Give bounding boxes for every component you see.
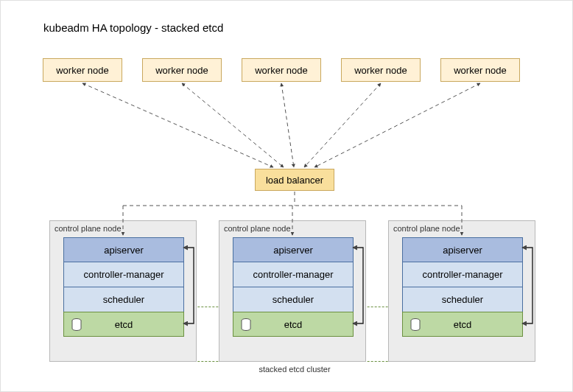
worker-node-5: worker node [440, 58, 520, 82]
worker-node-label: worker node [155, 65, 208, 76]
controller-manager-label: controller-manager [253, 269, 333, 280]
svg-line-3 [82, 83, 273, 167]
etcd-box: etcd [233, 312, 354, 337]
etcd-label: etcd [115, 319, 133, 330]
load-balancer: load balancer [255, 169, 334, 191]
scheduler-box: scheduler [233, 287, 354, 312]
database-icon [410, 318, 421, 332]
apiserver-box: apiserver [402, 237, 523, 262]
worker-node-2: worker node [142, 58, 222, 82]
apiserver-label: apiserver [443, 245, 482, 256]
scheduler-label: scheduler [103, 294, 144, 305]
worker-node-1: worker node [43, 58, 122, 82]
component-stack: apiserver controller-manager scheduler e… [402, 237, 523, 337]
worker-node-label: worker node [454, 65, 507, 76]
etcd-box: etcd [402, 312, 523, 337]
worker-node-3: worker node [242, 58, 321, 82]
svg-line-4 [182, 83, 284, 167]
apiserver-label: apiserver [273, 245, 312, 256]
etcd-label: etcd [454, 319, 472, 330]
control-plane-2: control plane node apiserver controller-… [219, 220, 366, 362]
apiserver-box: apiserver [233, 237, 354, 262]
scheduler-label: scheduler [273, 294, 314, 305]
scheduler-box: scheduler [63, 287, 184, 312]
database-icon [71, 318, 82, 332]
apiserver-label: apiserver [104, 245, 143, 256]
scheduler-box: scheduler [402, 287, 523, 312]
control-plane-3: control plane node apiserver controller-… [388, 220, 535, 362]
apiserver-box: apiserver [63, 237, 184, 262]
worker-node-label: worker node [354, 65, 407, 76]
control-plane-label: control plane node [55, 224, 122, 233]
etcd-box: etcd [63, 312, 184, 337]
controller-manager-box: controller-manager [233, 262, 354, 287]
control-plane-1: control plane node apiserver controller-… [49, 220, 197, 362]
svg-line-6 [304, 83, 381, 167]
control-plane-label: control plane node [224, 224, 291, 233]
worker-node-label: worker node [56, 65, 109, 76]
scheduler-label: scheduler [442, 294, 483, 305]
worker-node-4: worker node [341, 58, 421, 82]
controller-manager-label: controller-manager [83, 269, 164, 280]
controller-manager-box: controller-manager [402, 262, 523, 287]
control-plane-label: control plane node [393, 224, 460, 233]
database-icon [241, 318, 251, 332]
worker-node-label: worker node [255, 65, 308, 76]
component-stack: apiserver controller-manager scheduler e… [233, 237, 354, 337]
etcd-cluster-label: stacked etcd cluster [61, 365, 528, 374]
component-stack: apiserver controller-manager scheduler e… [63, 237, 184, 337]
etcd-label: etcd [284, 319, 303, 330]
controller-manager-box: controller-manager [63, 262, 184, 287]
diagram-title: kubeadm HA topology - stacked etcd [43, 21, 223, 34]
diagram-canvas: kubeadm HA topology - stacked etcd worke… [0, 0, 573, 392]
svg-line-7 [314, 83, 480, 167]
svg-line-5 [281, 83, 294, 167]
controller-manager-label: controller-manager [422, 269, 502, 280]
load-balancer-label: load balancer [266, 175, 323, 186]
